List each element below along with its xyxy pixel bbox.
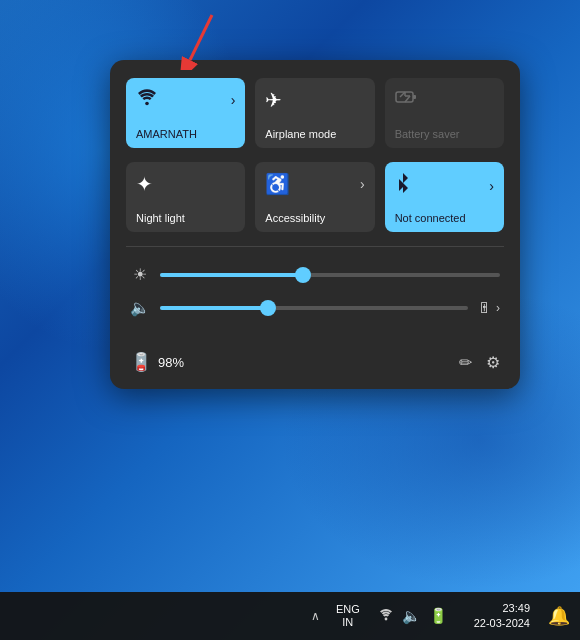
- svg-line-1: [190, 15, 212, 60]
- svg-rect-4: [413, 95, 416, 99]
- taskbar-volume-icon[interactable]: 🔈: [402, 607, 421, 625]
- battery-info: 🪫 98%: [130, 351, 184, 373]
- wifi-label: AMARNATH: [136, 128, 235, 140]
- battery-saver-label: Battery saver: [395, 128, 494, 140]
- taskbar-date-value: 22-03-2024: [474, 616, 530, 631]
- quick-settings-panel: › AMARNATH ✈ Airplane mode: [110, 60, 520, 389]
- taskbar-system-tray: ∧ ENG IN 🔈 🔋 23:49 22-0: [10, 601, 570, 632]
- accessibility-tile-top: ♿ ›: [265, 172, 364, 196]
- taskbar-lang-line1: ENG: [336, 603, 360, 616]
- tiles-row-2: ✦ Night light ♿ › Accessibility: [126, 162, 504, 232]
- taskbar-status-icons: 🔈 🔋: [378, 607, 448, 625]
- brightness-slider-row: ☀: [130, 265, 500, 284]
- airplane-tile[interactable]: ✈ Airplane mode: [255, 78, 374, 148]
- wifi-tile[interactable]: › AMARNATH: [126, 78, 245, 148]
- sliders-section: ☀ 🔈 🎚 ›: [126, 259, 504, 337]
- accessibility-label: Accessibility: [265, 212, 364, 224]
- airplane-tile-top: ✈: [265, 88, 364, 112]
- battery-percent: 98%: [158, 355, 184, 370]
- accessibility-tile[interactable]: ♿ › Accessibility: [255, 162, 374, 232]
- wifi-icon: [136, 88, 158, 111]
- divider: [126, 246, 504, 247]
- settings-icon[interactable]: ⚙: [486, 353, 500, 372]
- volume-thumb[interactable]: [260, 300, 276, 316]
- brightness-fill: [160, 273, 303, 277]
- taskbar-clock[interactable]: 23:49 22-03-2024: [474, 601, 530, 632]
- battery-icon: 🪫: [130, 351, 152, 373]
- wifi-arrow-icon: ›: [231, 92, 236, 108]
- night-light-tile-top: ✦: [136, 172, 235, 196]
- tiles-row-1: › AMARNATH ✈ Airplane mode: [126, 78, 504, 148]
- taskbar-battery-icon[interactable]: 🔋: [429, 607, 448, 625]
- svg-line-8: [405, 96, 410, 102]
- taskbar-time-value: 23:49: [502, 601, 530, 616]
- battery-saver-tile-top: [395, 88, 494, 111]
- airplane-icon: ✈: [265, 88, 282, 112]
- taskbar-wifi-icon[interactable]: [378, 608, 394, 625]
- taskbar-language[interactable]: ENG IN: [336, 603, 360, 629]
- airplane-label: Airplane mode: [265, 128, 364, 140]
- battery-saver-tile[interactable]: Battery saver: [385, 78, 504, 148]
- svg-point-2: [145, 102, 149, 106]
- desktop: › AMARNATH ✈ Airplane mode: [0, 0, 580, 640]
- volume-slider-row: 🔈 🎚 ›: [130, 298, 500, 317]
- volume-mixer-button[interactable]: 🎚 ›: [478, 300, 500, 316]
- bluetooth-arrow-icon: ›: [489, 178, 494, 194]
- accessibility-arrow-icon: ›: [360, 176, 365, 192]
- bluetooth-label: Not connected: [395, 212, 494, 224]
- taskbar-chevron[interactable]: ∧: [311, 609, 320, 623]
- bluetooth-tile[interactable]: › Not connected: [385, 162, 504, 232]
- night-light-label: Night light: [136, 212, 235, 224]
- taskbar-lang-line2: IN: [342, 616, 353, 629]
- bottom-action-icons: ✏ ⚙: [459, 353, 500, 372]
- taskbar: ∧ ENG IN 🔈 🔋 23:49 22-0: [0, 592, 580, 640]
- brightness-thumb[interactable]: [295, 267, 311, 283]
- volume-mixer-arrow: ›: [496, 301, 500, 315]
- volume-fill: [160, 306, 268, 310]
- taskbar-notification-bell[interactable]: 🔔: [548, 605, 570, 627]
- wifi-tile-top: ›: [136, 88, 235, 111]
- volume-icon: 🔈: [130, 298, 150, 317]
- bluetooth-icon: [395, 172, 411, 199]
- bottom-bar: 🪫 98% ✏ ⚙: [126, 347, 504, 373]
- night-light-tile[interactable]: ✦ Night light: [126, 162, 245, 232]
- accessibility-icon: ♿: [265, 172, 290, 196]
- brightness-icon: ☀: [130, 265, 150, 284]
- volume-track[interactable]: [160, 306, 468, 310]
- brightness-track[interactable]: [160, 273, 500, 277]
- edit-icon[interactable]: ✏: [459, 353, 472, 372]
- night-light-icon: ✦: [136, 172, 153, 196]
- volume-mixer-icon: 🎚: [478, 300, 492, 316]
- svg-point-9: [384, 617, 387, 620]
- bluetooth-tile-top: ›: [395, 172, 494, 199]
- battery-saver-icon: [395, 88, 417, 111]
- bluetooth-icons-row: [395, 172, 411, 199]
